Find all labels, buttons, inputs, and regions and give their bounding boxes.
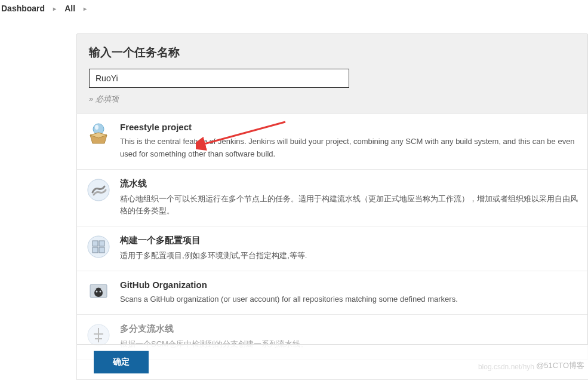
breadcrumb-all[interactable]: All bbox=[63, 4, 76, 13]
item-description: 精心地组织一个可以长期运行在多个节点上的任务。适用于构建流水线（更加正式地应当称… bbox=[120, 193, 578, 218]
svg-rect-5 bbox=[99, 241, 104, 246]
svg-point-10 bbox=[96, 290, 98, 292]
svg-point-3 bbox=[88, 236, 109, 258]
chevron-right-icon: ▸ bbox=[48, 5, 61, 12]
chevron-right-icon: ▸ bbox=[79, 5, 91, 12]
item-multiconfig[interactable]: 构建一个多配置项目 适用于多配置项目,例如多环境测试,平台指定构建,等等. bbox=[77, 226, 587, 271]
svg-point-1 bbox=[95, 125, 98, 130]
svg-rect-6 bbox=[93, 247, 98, 253]
pipeline-icon bbox=[87, 178, 110, 202]
svg-point-9 bbox=[94, 289, 103, 297]
required-hint: » 必填项 bbox=[89, 94, 575, 105]
item-description: This is the central feature of Jenkins. … bbox=[120, 136, 578, 161]
item-pipeline[interactable]: 流水线 精心地组织一个可以长期运行在多个节点上的任务。适用于构建流水线（更加正式… bbox=[77, 170, 587, 227]
item-name-input[interactable] bbox=[89, 69, 349, 88]
svg-point-11 bbox=[100, 290, 101, 292]
item-title: 构建一个多配置项目 bbox=[120, 235, 578, 246]
item-freestyle-project[interactable]: Freestyle project This is the central fe… bbox=[77, 114, 587, 170]
item-title: GitHub Organization bbox=[120, 280, 578, 290]
name-input-section: 输入一个任务名称 » 必填项 bbox=[76, 33, 588, 114]
breadcrumb-dashboard[interactable]: Dashboard bbox=[0, 4, 46, 13]
multibranch-icon bbox=[87, 323, 110, 347]
multiconfig-icon bbox=[87, 235, 110, 259]
item-title: 流水线 bbox=[120, 178, 578, 189]
bottom-action-bar: 确定 bbox=[76, 344, 588, 360]
item-description: 适用于多配置项目,例如多环境测试,平台指定构建,等等. bbox=[120, 250, 578, 262]
svg-rect-4 bbox=[93, 241, 98, 246]
project-type-list: Freestyle project This is the central fe… bbox=[76, 114, 588, 360]
item-title: 多分支流水线 bbox=[120, 323, 578, 335]
item-title: Freestyle project bbox=[120, 122, 578, 132]
page-title: 输入一个任务名称 bbox=[89, 45, 575, 60]
svg-rect-7 bbox=[99, 247, 104, 253]
item-description: Scans a GitHub organization (or user acc… bbox=[120, 293, 578, 306]
main-content: 输入一个任务名称 » 必填项 Freestyle project This is… bbox=[0, 33, 588, 360]
github-icon bbox=[87, 280, 110, 304]
breadcrumb: Dashboard ▸ All ▸ bbox=[0, 0, 588, 17]
ok-button[interactable]: 确定 bbox=[94, 351, 149, 360]
item-github-organization[interactable]: GitHub Organization Scans a GitHub organ… bbox=[77, 271, 587, 315]
package-icon bbox=[87, 122, 110, 146]
